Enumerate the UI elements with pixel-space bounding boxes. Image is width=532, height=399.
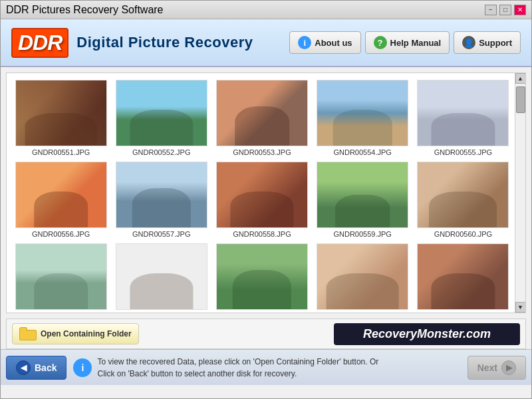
file-label: GNDR00557.JPG	[132, 230, 190, 238]
about-label: About us	[315, 38, 352, 48]
help-icon: ?	[374, 36, 387, 49]
file-label: GNDR00565.JPG	[434, 312, 492, 313]
next-arrow-icon: ▶	[501, 360, 516, 375]
file-label: GNDR00555.JPG	[434, 148, 492, 156]
list-item[interactable]: GNDR00559.JPG	[315, 162, 410, 238]
footer-text-line2: Click on 'Back' button to select another…	[97, 368, 378, 380]
file-label: GNDR00554.JPG	[333, 148, 391, 156]
list-item[interactable]: GNDR00557.JPG	[114, 162, 209, 238]
list-item[interactable]: GNDR00564.JPG	[315, 243, 410, 313]
list-item[interactable]: GNDR00555.JPG	[416, 80, 511, 156]
support-button[interactable]: 👤 Support	[454, 31, 521, 54]
support-label: Support	[479, 38, 512, 48]
footer-text: To view the recovered Data, please click…	[97, 356, 378, 380]
file-label: GNDR00560.JPG	[434, 230, 492, 238]
ddr-logo: DDR	[11, 28, 68, 58]
list-item[interactable]: GNDR00561.JPG	[13, 243, 108, 313]
file-label: GNDR00561.JPG	[32, 312, 90, 313]
file-label: GNDR00553.JPG	[233, 148, 291, 156]
open-folder-label: Open Containing Folder	[41, 329, 132, 338]
app-title: Digital Picture Recovery	[76, 34, 253, 51]
bottom-bar: Open Containing Folder RecoveryMonster.c…	[6, 319, 526, 349]
file-label: GNDR00564.JPG	[333, 312, 391, 313]
next-button[interactable]: Next ▶	[467, 356, 526, 380]
help-button[interactable]: ? Help Manual	[365, 31, 450, 54]
maximize-button[interactable]: □	[499, 5, 511, 15]
scroll-thumb[interactable]	[516, 86, 525, 113]
logo-area: DDR Digital Picture Recovery	[11, 28, 253, 58]
list-item[interactable]: GNDR00565.JPG	[416, 243, 511, 313]
list-item[interactable]: GNDR00554.JPG	[315, 80, 410, 156]
list-item[interactable]: GNDR00551.JPG	[13, 80, 108, 156]
file-label: GNDR00562.JPG	[132, 312, 190, 313]
file-label: GNDR00563.JPG	[233, 312, 291, 313]
scroll-down-arrow[interactable]: ▼	[515, 302, 526, 313]
next-label: Next	[477, 362, 497, 373]
recovery-monster-banner: RecoveryMonster.com	[334, 323, 520, 345]
folder-icon	[19, 327, 37, 340]
list-item[interactable]: GNDR00553.JPG	[214, 80, 309, 156]
back-button[interactable]: ◀ Back	[6, 356, 66, 380]
list-item[interactable]: GNDR00560.JPG	[416, 162, 511, 238]
scrollbar[interactable]: ▲ ▼	[515, 73, 525, 313]
file-label: GNDR00551.JPG	[32, 148, 90, 156]
help-label: Help Manual	[390, 38, 442, 48]
list-item[interactable]: GNDR00563.JPG	[214, 243, 309, 313]
back-label: Back	[35, 362, 57, 373]
file-label: GNDR00558.JPG	[233, 230, 291, 238]
header-buttons: i About us ? Help Manual 👤 Support	[289, 31, 521, 54]
footer-text-line1: To view the recovered Data, please click…	[97, 356, 378, 368]
scroll-up-arrow[interactable]: ▲	[515, 73, 526, 84]
file-label: GNDR00552.JPG	[132, 148, 190, 156]
titlebar: DDR Pictures Recovery Software − □ ✕	[1, 1, 531, 19]
list-item[interactable]: GNDR00552.JPG	[114, 80, 209, 156]
info-icon: i	[298, 36, 311, 49]
close-button[interactable]: ✕	[514, 5, 526, 15]
recovery-monster-text: RecoveryMonster.com	[363, 327, 491, 340]
image-grid: GNDR00551.JPG GNDR00552.JPG GNDR00553.JP…	[7, 73, 525, 313]
open-containing-folder-button[interactable]: Open Containing Folder	[12, 323, 139, 344]
titlebar-controls: − □ ✕	[485, 5, 526, 15]
file-label: GNDR00559.JPG	[333, 230, 391, 238]
list-item[interactable]: GNDR00556.JPG	[13, 162, 108, 238]
list-item[interactable]: GNDR00558.JPG	[214, 162, 309, 238]
about-button[interactable]: i About us	[289, 31, 360, 54]
file-label: GNDR00556.JPG	[32, 230, 90, 238]
footer: ◀ Back i To view the recovered Data, ple…	[1, 349, 531, 385]
info-circle-icon: i	[73, 358, 92, 377]
footer-info: i To view the recovered Data, please cli…	[73, 356, 460, 380]
minimize-button[interactable]: −	[485, 5, 497, 15]
support-icon: 👤	[462, 36, 475, 49]
header: DDR Digital Picture Recovery i About us …	[1, 19, 531, 67]
list-item[interactable]: GNDR00562.JPG	[114, 243, 209, 313]
back-arrow-icon: ◀	[16, 360, 31, 375]
titlebar-title: DDR Pictures Recovery Software	[6, 4, 164, 16]
image-grid-container: GNDR00551.JPG GNDR00552.JPG GNDR00553.JP…	[6, 72, 526, 313]
